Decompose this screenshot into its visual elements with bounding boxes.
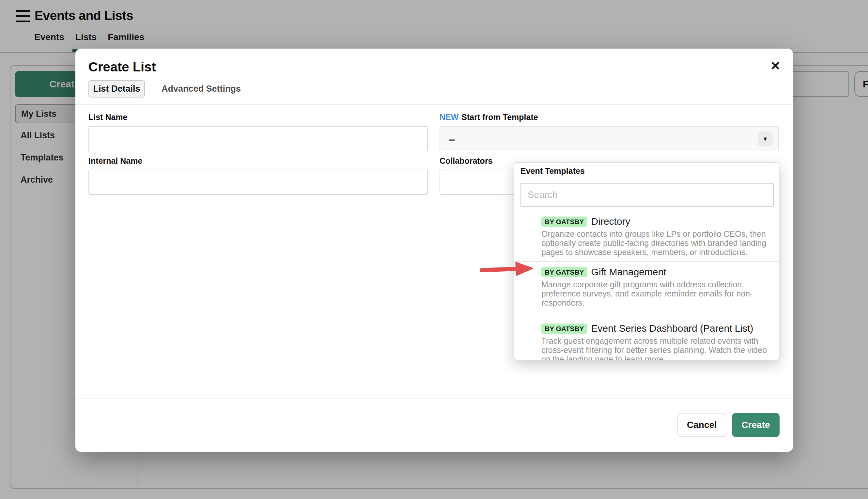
template-list: BY GATSBY Directory Organize contacts in… [514,211,779,361]
chevron-down-icon: ▼ [762,136,768,143]
close-icon[interactable]: ✕ [770,60,781,72]
template-title: Event Series Dashboard (Parent List) [591,323,754,334]
template-item-directory[interactable]: BY GATSBY Directory Organize contacts in… [514,211,779,261]
template-title: Directory [591,216,630,227]
template-select-value: – [449,133,455,145]
popover-title: Event Templates [520,166,585,176]
template-item-event-series-dashboard[interactable]: BY GATSBY Event Series Dashboard (Parent… [514,318,779,361]
screen: Events and Lists Events Lists Families C… [0,0,868,499]
new-badge: NEW [439,112,458,122]
cancel-button[interactable]: Cancel [677,413,726,437]
tab-list-details[interactable]: List Details [88,80,145,98]
start-from-template-label: NEWStart from Template [439,112,538,122]
by-gatsby-badge: BY GATSBY [541,217,587,227]
start-from-template-label-text: Start from Template [461,112,538,122]
modal-divider-bottom [75,398,793,399]
create-button[interactable]: Create [732,413,780,437]
collaborators-label: Collaborators [439,156,493,166]
template-description: Track guest engagement across multiple r… [541,336,768,361]
modal-title: Create List [88,60,156,74]
modal-divider-top [75,104,793,105]
internal-name-label: Internal Name [88,156,142,166]
event-templates-popover: Event Templates BY GATSBY Directory Orga… [514,162,780,361]
template-description: Manage corporate gift programs with addr… [541,280,768,307]
list-name-label: List Name [88,112,127,122]
internal-name-input[interactable] [88,170,428,195]
template-select-caret-button[interactable]: ▼ [758,132,773,146]
by-gatsby-badge: BY GATSBY [541,324,587,334]
template-item-gift-management[interactable]: BY GATSBY Gift Management Manage corpora… [514,261,779,318]
by-gatsby-badge: BY GATSBY [541,267,587,277]
tab-advanced-settings[interactable]: Advanced Settings [161,80,241,98]
template-title: Gift Management [591,266,666,278]
template-description: Organize contacts into groups like LPs o… [541,229,768,257]
template-search-input[interactable] [520,183,774,207]
template-select[interactable]: – ▼ [439,126,779,151]
list-name-input[interactable] [88,126,428,151]
